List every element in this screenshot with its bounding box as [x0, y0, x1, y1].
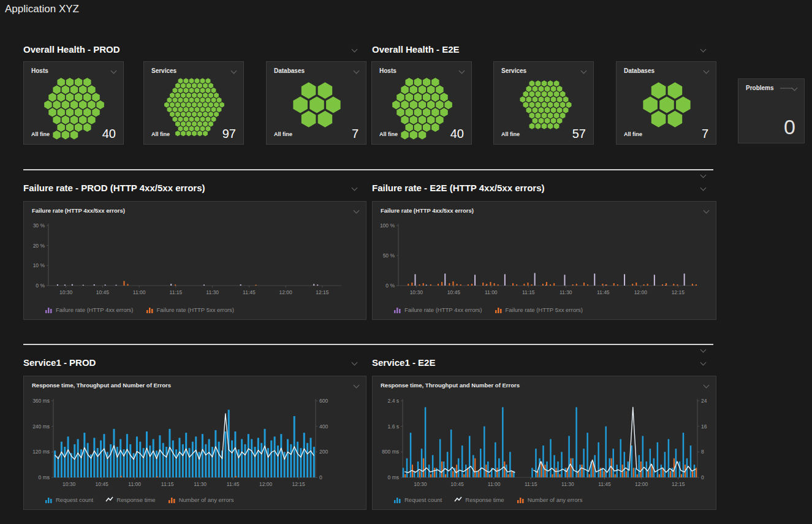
- chevron-down-icon[interactable]: [352, 360, 358, 366]
- svg-text:10:45: 10:45: [450, 481, 464, 487]
- svg-text:11:30: 11:30: [206, 289, 219, 295]
- legend-item[interactable]: Failure rate (HTTP 4xx errors): [45, 306, 134, 313]
- line-chart-icon: [105, 496, 113, 503]
- chevron-down-icon[interactable]: [792, 85, 798, 91]
- chevron-down-icon[interactable]: [700, 360, 707, 366]
- problems-trend-dash: [780, 88, 792, 89]
- bar-chart-icon: [495, 306, 503, 313]
- count-value: 7: [352, 127, 359, 141]
- section-title: Failure rate - E2E (HTTP 4xx/5xx errors): [372, 183, 545, 193]
- legend-item[interactable]: Number of any errors: [168, 496, 234, 503]
- health-tile-services-prod[interactable]: Services All fine 97: [143, 61, 244, 145]
- chart-tile-failure-prod[interactable]: 30 %20 %10 %0 %10:3010:4511:0011:1511:30…: [23, 201, 366, 320]
- chevron-down-icon[interactable]: [700, 185, 707, 191]
- tile-title: Hosts: [379, 67, 397, 74]
- chart-plot[interactable]: 30 %20 %10 %0 %10:3010:4511:0011:1511:30…: [24, 202, 366, 319]
- health-tile-databases-e2e[interactable]: Databases All fine 7: [616, 61, 716, 145]
- chart-tile-failure-e2e[interactable]: 100 %50 %0 %10:3010:4511:0011:1511:3011:…: [372, 201, 716, 320]
- chart-plot[interactable]: 360 ms240 ms120 ms0 ms600400200010:3010:…: [24, 376, 366, 509]
- svg-text:8: 8: [701, 449, 704, 455]
- legend-label: Request count: [56, 496, 93, 503]
- legend-label: Number of any errors: [528, 496, 583, 503]
- tile-title: Services: [501, 67, 526, 74]
- svg-text:30 %: 30 %: [33, 222, 45, 229]
- legend-label: Response time: [116, 496, 155, 503]
- chevron-down-icon[interactable]: [700, 172, 707, 178]
- chevron-down-icon[interactable]: [352, 47, 358, 53]
- svg-text:11:15: 11:15: [161, 481, 174, 487]
- count-value: 40: [450, 127, 464, 141]
- row-divider: [23, 169, 713, 170]
- svg-text:11:30: 11:30: [561, 481, 574, 487]
- svg-text:12:15: 12:15: [316, 289, 329, 295]
- chevron-down-icon[interactable]: [352, 185, 358, 191]
- all-fine-label: All fine: [624, 131, 642, 137]
- bar-chart-icon: [146, 306, 154, 313]
- section-header-failure-e2e: Failure rate - E2E (HTTP 4xx/5xx errors): [372, 183, 716, 195]
- legend-item[interactable]: Response time: [454, 496, 504, 503]
- health-tile-services-e2e[interactable]: Services All fine 57: [493, 61, 594, 145]
- bar-chart-icon: [393, 306, 401, 313]
- chart-legend: Failure rate (HTTP 4xx errors)Failure ra…: [393, 306, 583, 313]
- health-tile-hosts-e2e[interactable]: Hosts All fine 40: [371, 61, 472, 145]
- legend-label: Failure rate (HTTP 5xx errors): [157, 306, 235, 313]
- health-tile-databases-prod[interactable]: Databases All fine 7: [266, 61, 366, 145]
- chevron-down-icon[interactable]: [700, 347, 707, 353]
- chart-tile-service1-prod[interactable]: 360 ms240 ms120 ms0 ms600400200010:3010:…: [23, 376, 366, 510]
- section-header-overall-health-prod: Overall Health - PROD: [23, 44, 366, 56]
- svg-text:50 %: 50 %: [383, 253, 395, 259]
- legend-item[interactable]: Failure rate (HTTP 4xx errors): [393, 306, 482, 313]
- svg-text:12:00: 12:00: [634, 289, 648, 295]
- legend-item[interactable]: Failure rate (HTTP 5xx errors): [495, 306, 583, 313]
- svg-text:11:15: 11:15: [170, 289, 183, 295]
- svg-text:120 ms: 120 ms: [32, 449, 50, 455]
- line-chart-icon: [454, 496, 462, 503]
- svg-text:800 ms: 800 ms: [382, 449, 399, 455]
- svg-text:0 ms: 0 ms: [388, 474, 399, 480]
- svg-text:11:45: 11:45: [597, 289, 610, 295]
- chart-plot[interactable]: 2.4 s1.6 s800 ms0 ms24168010:3010:4511:0…: [373, 376, 716, 509]
- health-tile-hosts-prod[interactable]: Hosts All fine 40: [23, 61, 124, 145]
- svg-text:0 ms: 0 ms: [39, 474, 50, 480]
- svg-text:12:15: 12:15: [672, 289, 685, 295]
- section-title: Service1 - PROD: [23, 357, 96, 368]
- count-value: 7: [702, 127, 708, 141]
- legend-item[interactable]: Request count: [393, 496, 442, 503]
- chart-legend: Failure rate (HTTP 4xx errors)Failure ra…: [45, 306, 234, 313]
- svg-text:10:45: 10:45: [447, 289, 461, 295]
- chart-title: Failure rate (HTTP 4xx/5xx errors): [32, 207, 125, 214]
- svg-text:11:45: 11:45: [598, 481, 611, 487]
- svg-text:11:15: 11:15: [522, 289, 535, 295]
- chevron-down-icon[interactable]: [700, 47, 707, 53]
- svg-text:400: 400: [319, 423, 328, 430]
- chart-legend: Request countResponse timeNumber of any …: [393, 496, 582, 503]
- svg-text:10 %: 10 %: [33, 262, 45, 268]
- all-fine-label: All fine: [274, 131, 292, 137]
- section-title: Failure rate - PROD (HTTP 4xx/5xx errors…: [23, 183, 205, 193]
- legend-item[interactable]: Number of any errors: [517, 496, 583, 503]
- bar-chart-icon: [45, 306, 53, 313]
- section-title: Service1 - E2E: [372, 357, 435, 368]
- svg-text:11:30: 11:30: [194, 481, 207, 487]
- bar-chart-icon: [517, 496, 525, 503]
- chart-title: Response time, Throughput and Number of …: [32, 382, 171, 389]
- legend-item[interactable]: Response time: [105, 496, 155, 503]
- tile-title: Databases: [624, 67, 655, 74]
- problems-tile[interactable]: Problems 0: [738, 78, 805, 143]
- svg-text:12:15: 12:15: [292, 481, 306, 487]
- legend-item[interactable]: Request count: [45, 496, 93, 503]
- chart-plot[interactable]: 100 %50 %0 %10:3010:4511:0011:1511:3011:…: [373, 202, 716, 319]
- bar-chart-icon: [45, 496, 53, 503]
- tile-title: Problems: [746, 85, 792, 91]
- svg-text:200: 200: [319, 449, 328, 455]
- svg-text:0: 0: [701, 474, 704, 480]
- section-header-failure-prod: Failure rate - PROD (HTTP 4xx/5xx errors…: [23, 183, 366, 195]
- legend-label: Number of any errors: [179, 496, 234, 503]
- count-value: 57: [572, 127, 586, 141]
- svg-text:16: 16: [701, 423, 707, 430]
- all-fine-label: All fine: [31, 131, 50, 137]
- legend-label: Response time: [465, 496, 504, 503]
- svg-text:0: 0: [319, 474, 322, 480]
- legend-item[interactable]: Failure rate (HTTP 5xx errors): [146, 306, 235, 313]
- chart-tile-service1-e2e[interactable]: 2.4 s1.6 s800 ms0 ms24168010:3010:4511:0…: [372, 376, 716, 510]
